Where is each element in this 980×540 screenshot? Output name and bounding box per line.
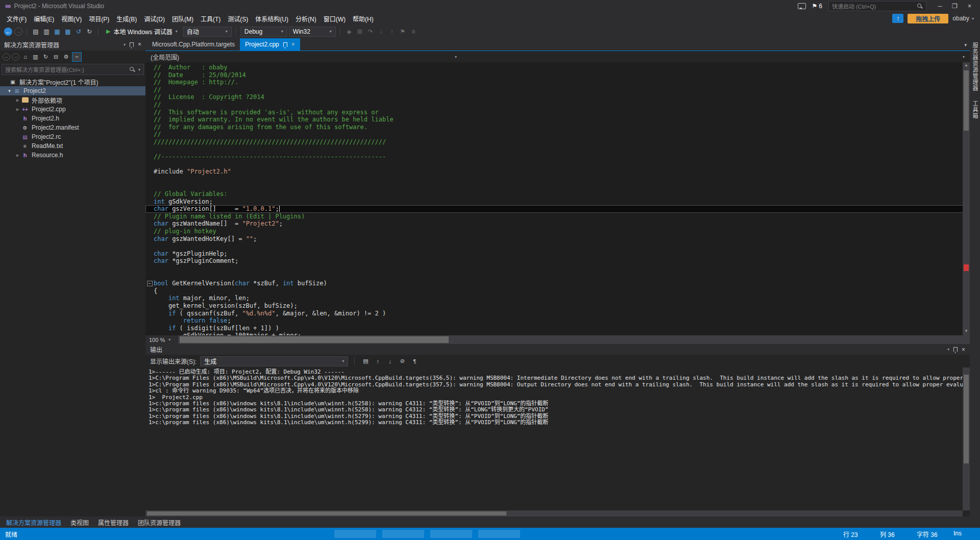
scrollbar-thumb[interactable] [964,375,969,463]
code-line[interactable]: char *gszPluginComment; [145,257,970,265]
expander-icon[interactable]: ▾ [6,88,13,93]
auto-dropdown[interactable]: 自动 ▾ [183,27,232,37]
collapse-all-icon[interactable]: ⊟ [52,53,60,61]
preview-toggle-icon[interactable]: − [72,52,82,62]
code-line[interactable] [145,242,970,250]
code-line[interactable]: // Plugin name listed in (Edit | Plugins… [145,213,970,220]
code-line[interactable]: char gszWantedHotKey[] = ""; [145,235,970,243]
scrollbar-thumb[interactable] [964,70,969,131]
scroll-down-icon[interactable]: ▼ [963,329,970,335]
editor-tab[interactable]: Microsoft.Cpp.Platform.targets [147,38,240,51]
code-line[interactable]: if ( isdigit(szBuf[len + 1]) ) [145,325,970,332]
code-line[interactable]: // [145,86,970,94]
tree-item-solution[interactable]: ▣解决方案"Project2"(1 个项目) [0,77,145,86]
notifications-button[interactable]: ⚑ 6 [812,3,822,10]
code-line[interactable]: //--------------------------------------… [145,153,970,161]
feedback-icon[interactable] [798,3,806,9]
close-icon[interactable]: × [962,346,965,353]
tree-item-file[interactable]: ▹hResource.h [0,151,145,160]
quick-launch-input[interactable]: 快速启动 (Ctrl+Q) [828,1,926,11]
scroll-up-icon[interactable]: ▲ [963,63,970,69]
menu-item[interactable]: 分析(N) [292,13,320,24]
new-file-icon[interactable]: ▤ [31,27,40,36]
undo-icon[interactable]: ↺ [74,27,83,36]
tree-item-file[interactable]: ▹外部依赖项 [0,95,145,105]
build-icon[interactable]: ⊞ [355,27,364,36]
menu-item[interactable]: 生成(B) [113,13,140,24]
bookmark-list-icon[interactable]: ≡ [409,27,418,36]
bookmark-icon[interactable]: ⚑ [398,27,407,36]
menu-item[interactable]: 视图(V) [58,13,85,24]
window-position-icon[interactable]: ▾ [124,42,126,47]
close-button[interactable]: × [962,1,977,11]
output-source-dropdown[interactable]: 生成 ▾ [200,356,348,366]
pin-icon[interactable] [283,42,287,47]
configuration-dropdown[interactable]: Debug ▾ [240,27,287,37]
menu-item[interactable]: 调试(D) [140,13,168,24]
back-icon[interactable]: ← [3,53,10,61]
autohide-tab[interactable]: 工具箱 [971,101,979,119]
editor-vertical-scrollbar[interactable]: ▲ ▼ [963,62,970,335]
upload-extension-icon[interactable]: ↑ [892,14,903,23]
menu-item[interactable]: 团队(M) [168,13,197,24]
code-line[interactable]: // This software is provided 'as-is', wi… [145,109,970,116]
menu-item[interactable]: 项目(P) [85,13,113,24]
code-line[interactable]: #include "Project2.h" [145,168,970,176]
code-line[interactable]: if ( qsscanf(szBuf, "%d.%n%d", &major, &… [145,310,970,317]
scrollbar-thumb[interactable] [147,511,506,516]
tool-window-tab[interactable]: 团队资源管理器 [133,517,185,528]
tree-item-file[interactable]: hProject2.h [0,114,145,123]
tree-item-file[interactable]: ≡ReadMe.txt [0,141,145,151]
code-line[interactable]: char *gszPluginHelp; [145,250,970,258]
code-line[interactable]: return false; [145,317,970,325]
code-line[interactable]: char gszVersion[] = "1.0.0.1"; [145,205,970,213]
step-into-icon[interactable]: ↓ [377,27,386,36]
code-line[interactable]: // implied warranty. In no event will th… [145,116,970,124]
close-icon[interactable]: × [138,41,141,48]
expander-icon[interactable]: ▹ [14,153,21,158]
code-line[interactable]: // Date : 25/08/2014 [145,71,970,79]
clear-all-icon[interactable]: ⊘ [398,357,407,366]
start-debug-button[interactable]: ▶ 本地 Windows 调试器 ▾ [103,26,181,37]
step-over-icon[interactable]: ↷ [366,27,375,36]
code-line[interactable]: // [145,101,970,109]
tree-item-file[interactable]: ▹++Project2.cpp [0,105,145,114]
window-position-icon[interactable]: ▾ [947,347,949,352]
code-line[interactable]: int gSdkVersion; [145,198,970,206]
menu-item[interactable]: 编辑(E) [30,13,58,24]
step-out-icon[interactable]: ↑ [387,27,397,36]
home-icon[interactable]: ⌂ [21,53,30,61]
member-dropdown[interactable]: ▾ [462,51,970,62]
forward-icon[interactable]: → [12,53,19,61]
code-line[interactable]: int major, minor, len; [145,294,970,302]
menu-item[interactable]: 工具(T) [197,13,224,24]
code-line[interactable]: char gszWantedName[] = "Project2"; [145,220,970,228]
refresh-icon[interactable]: ↻ [41,53,50,61]
menu-item[interactable]: 测试(S) [224,13,252,24]
code-line[interactable]: get_kernel_version(szBuf, bufSize); [145,302,970,310]
menu-item[interactable]: 体系结构(U) [252,13,292,24]
solution-search-input[interactable]: 搜索解决方案资源管理器(Ctrl+;) ▾ [2,64,144,75]
user-menu[interactable]: obaby ▾ [952,15,977,22]
properties-icon[interactable]: ⚙ [62,53,70,61]
tool-window-tab[interactable]: 解决方案资源管理器 [2,517,66,528]
prev-message-icon[interactable]: ↑ [373,357,382,366]
code-line[interactable]: // Author : obaby [145,64,970,71]
editor-tab[interactable]: Project2.cpp× [240,38,300,51]
platform-dropdown[interactable]: Win32 ▾ [289,27,336,37]
code-line[interactable]: // License : Copyright ?2014 [145,93,970,101]
code-line[interactable] [145,183,970,191]
tool-window-tab[interactable]: 类视图 [66,517,93,528]
menu-item[interactable]: 文件(F) [3,13,30,24]
menu-item[interactable]: 窗口(W) [320,13,349,24]
code-line[interactable] [145,265,970,273]
output-body[interactable]: 1>------ 已启动生成: 项目: Project2, 配置: Debug … [145,367,970,510]
attach-icon[interactable]: ◈ [345,27,354,36]
tool-window-tab[interactable]: 属性管理器 [93,517,133,528]
save-icon[interactable]: ▦ [53,27,62,36]
code-editor[interactable]: // Author : obaby// Date : 25/08/2014// … [145,62,970,335]
scope-dropdown[interactable]: (全局范围) ▾ [145,51,462,62]
autohide-tab[interactable]: 服务器资源管理器 [971,42,979,91]
code-line[interactable] [145,146,970,154]
code-line[interactable]: −bool GetKernelVersion(char *szBuf, int … [145,280,970,287]
